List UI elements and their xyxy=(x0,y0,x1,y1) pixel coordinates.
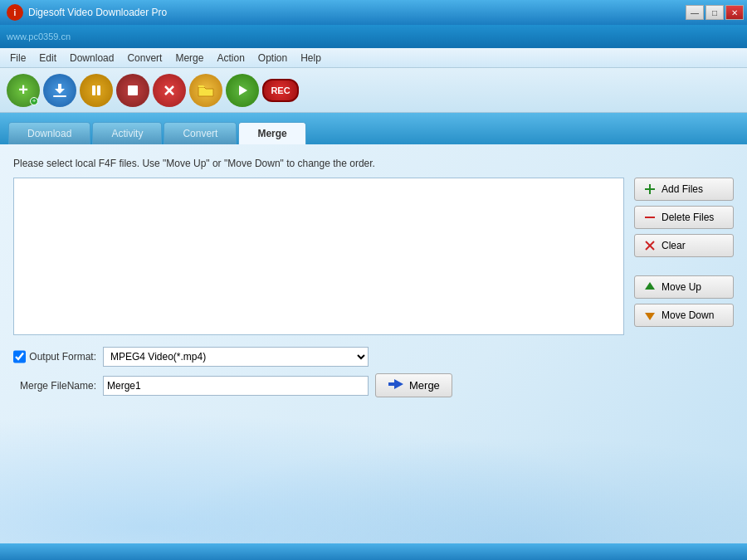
merge-filename-row: Merge FileName: Merge xyxy=(13,373,734,397)
add-toolbar-button[interactable]: + + xyxy=(7,74,40,107)
move-down-label: Move Down xyxy=(662,309,714,321)
svg-rect-9 xyxy=(645,217,655,218)
delete-files-button[interactable]: Delete Files xyxy=(634,206,734,229)
minus-icon xyxy=(643,211,657,224)
svg-marker-12 xyxy=(645,282,655,290)
file-list-box[interactable] xyxy=(13,178,624,335)
merge-arrow-icon xyxy=(388,378,404,392)
output-format-row: Output Format: MPEG4 Video(*.mp4) AVI Vi… xyxy=(13,347,734,367)
close-button[interactable]: ✕ xyxy=(725,5,744,20)
status-bar xyxy=(0,543,747,560)
output-format-select[interactable]: MPEG4 Video(*.mp4) AVI Video(*.avi) MKV … xyxy=(103,347,369,367)
svg-marker-13 xyxy=(645,313,655,320)
menu-edit[interactable]: Edit xyxy=(32,51,63,66)
menu-option[interactable]: Option xyxy=(251,51,294,66)
watermark-text: www.pc0359.cn xyxy=(7,32,71,41)
folder-toolbar-button[interactable] xyxy=(189,74,222,107)
svg-rect-1 xyxy=(92,85,95,95)
move-up-label: Move Up xyxy=(662,281,701,293)
output-format-label-text: Output Format: xyxy=(29,351,96,363)
title-bar: i Digesoft Video Downloader Pro — □ ✕ xyxy=(0,0,747,25)
window-controls: — □ ✕ xyxy=(686,5,744,20)
merge-filename-label: Merge FileName: xyxy=(13,380,96,392)
move-up-button[interactable]: Move Up xyxy=(634,275,734,299)
content-area: Add Files Delete Files Clear xyxy=(13,178,734,335)
x-icon xyxy=(643,239,657,252)
svg-rect-0 xyxy=(53,95,66,97)
add-files-button[interactable]: Add Files xyxy=(634,178,734,201)
menu-bar: File Edit Download Convert Merge Action … xyxy=(0,48,747,68)
clear-label: Clear xyxy=(662,240,686,251)
merge-filename-input[interactable] xyxy=(103,376,369,396)
delete-files-label: Delete Files xyxy=(662,212,714,223)
output-format-label: Output Format: xyxy=(13,347,96,367)
form-area: Output Format: MPEG4 Video(*.mp4) AVI Vi… xyxy=(13,347,734,397)
tab-activity[interactable]: Activity xyxy=(92,122,162,144)
watermark-bar: www.pc0359.cn xyxy=(0,25,747,48)
toolbar: + + REC xyxy=(0,68,747,113)
stop-toolbar-button[interactable] xyxy=(116,74,149,107)
svg-marker-6 xyxy=(239,85,247,95)
rec-label: REC xyxy=(271,85,290,95)
tab-merge[interactable]: Merge xyxy=(238,122,305,144)
rec-toolbar-button[interactable]: REC xyxy=(262,79,299,102)
svg-rect-8 xyxy=(645,188,655,190)
main-content: Please select local F4F files. Use "Move… xyxy=(0,144,747,560)
svg-rect-3 xyxy=(128,85,138,95)
menu-help[interactable]: Help xyxy=(294,51,328,66)
plus-icon xyxy=(643,183,657,196)
svg-rect-2 xyxy=(97,85,100,95)
spacer xyxy=(634,262,734,270)
download-toolbar-button[interactable] xyxy=(43,74,76,107)
tab-convert[interactable]: Convert xyxy=(164,122,237,144)
menu-action[interactable]: Action xyxy=(210,51,251,66)
add-files-label: Add Files xyxy=(662,183,703,195)
maximize-button[interactable]: □ xyxy=(706,5,724,20)
move-down-button[interactable]: Move Down xyxy=(634,304,734,327)
svg-marker-14 xyxy=(388,379,403,389)
menu-merge[interactable]: Merge xyxy=(168,51,210,66)
merge-button[interactable]: Merge xyxy=(375,373,452,397)
side-buttons: Add Files Delete Files Clear xyxy=(634,178,734,335)
menu-convert[interactable]: Convert xyxy=(120,51,168,66)
app-logo: i xyxy=(7,4,23,21)
app-title: Digesoft Video Downloader Pro xyxy=(28,7,167,18)
arrow-down-icon xyxy=(643,309,657,322)
clear-button[interactable]: Clear xyxy=(634,234,734,257)
output-format-checkbox[interactable] xyxy=(13,347,26,367)
play-toolbar-button[interactable] xyxy=(226,74,259,107)
arrow-up-icon xyxy=(643,280,657,294)
instruction-text: Please select local F4F files. Use "Move… xyxy=(13,158,734,169)
tabs-bar: Download Activity Convert Merge xyxy=(0,113,747,144)
tab-download[interactable]: Download xyxy=(8,122,90,144)
cancel-toolbar-button[interactable] xyxy=(153,74,186,107)
pause-toolbar-button[interactable] xyxy=(80,74,113,107)
menu-download[interactable]: Download xyxy=(63,51,120,66)
merge-button-label: Merge xyxy=(409,379,440,392)
minimize-button[interactable]: — xyxy=(686,5,704,20)
menu-file[interactable]: File xyxy=(3,51,32,66)
